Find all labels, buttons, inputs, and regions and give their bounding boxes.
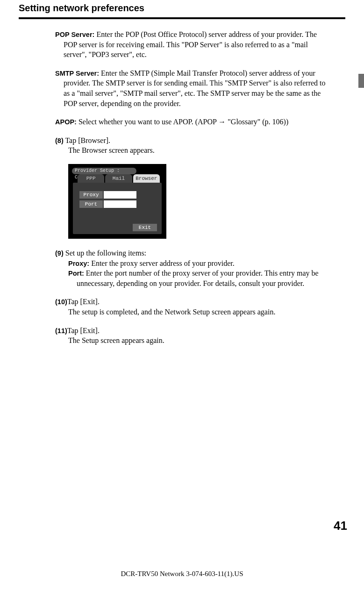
- step-9-line1: Set up the following items:: [64, 249, 146, 257]
- fig-port-label: Port: [79, 200, 103, 208]
- step-11-num: (11): [55, 327, 67, 335]
- def-pop: POP Server: Enter the POP (Post Office P…: [55, 29, 331, 60]
- step-8-num: (8): [55, 137, 64, 144]
- fig-proxy-label: Proxy: [79, 191, 103, 199]
- fig-tab-browser: Browser: [133, 174, 160, 183]
- step-8: (8) Tap [Browser]. The Browser screen ap…: [55, 135, 331, 156]
- step-9-port: Port: Enter the port number of the proxy…: [68, 268, 331, 288]
- step-9-port-text: Enter the port number of the proxy serve…: [77, 269, 319, 287]
- fig-row-proxy: Proxy: [79, 191, 136, 199]
- def-smtp-text: Enter the SMTP (Simple Mail Transfer Pro…: [64, 69, 326, 107]
- def-pop-text: Enter the POP (Post Office Protocol) ser…: [64, 30, 317, 58]
- side-tab: Preparation: [355, 74, 364, 135]
- arrow-icon: →: [218, 118, 226, 126]
- def-apop: APOP: Select whether you want to use APO…: [55, 117, 331, 127]
- step-8-line2: The Browser screen appears.: [68, 145, 331, 156]
- page: Setting network preferences Preparation …: [0, 0, 364, 591]
- step-9-num: (9): [55, 249, 64, 257]
- step-9: (9) Set up the following items: Proxy: E…: [55, 248, 331, 288]
- step-11: (11)Tap [Exit]. The Setup screen appears…: [55, 326, 331, 346]
- step-9-proxy-term: Proxy:: [68, 260, 89, 267]
- fig-tab-ppp: PPP: [78, 174, 104, 183]
- page-number: 41: [334, 519, 347, 533]
- fig-panel: Proxy Port Exit: [73, 183, 162, 234]
- step-9-port-term: Port:: [68, 270, 84, 277]
- def-apop-term: APOP:: [55, 118, 77, 126]
- fig-tabs: PPP Mail Browser: [78, 174, 161, 183]
- step-8-line1: Tap [Browser].: [64, 136, 110, 144]
- step-10-line2: The setup is completed, and the Network …: [68, 307, 331, 317]
- page-title: Setting network preferences: [19, 0, 345, 19]
- fig-titlebar: Provider Setup : Custom: [72, 168, 136, 174]
- fig-exit-button: Exit: [133, 224, 157, 231]
- fig-proxy-input: [104, 191, 136, 199]
- browser-screenshot: Provider Setup : Custom PPP Mail Browser…: [68, 164, 166, 239]
- step-10-line1: Tap [Exit].: [67, 298, 100, 306]
- def-apop-text-before: Select whether you want to use APOP. (AP…: [77, 118, 218, 126]
- def-pop-term: POP Server:: [55, 31, 94, 38]
- footer-text: DCR-TRV50 Network 3-074-603-11(1).US: [0, 570, 364, 578]
- def-smtp-term: SMTP Server:: [55, 70, 99, 77]
- step-11-line2: The Setup screen appears again.: [68, 335, 331, 346]
- fig-tab-mail: Mail: [105, 174, 132, 183]
- step-9-proxy-text: Enter the proxy server address of your p…: [89, 259, 235, 267]
- step-11-line1: Tap [Exit].: [67, 327, 100, 335]
- step-9-proxy: Proxy: Enter the proxy server address of…: [68, 258, 331, 269]
- content: POP Server: Enter the POP (Post Office P…: [55, 19, 331, 346]
- def-apop-text-after: "Glossary" (p. 106)): [226, 118, 288, 126]
- side-tab-marker: [358, 74, 364, 88]
- def-smtp: SMTP Server: Enter the SMTP (Simple Mail…: [55, 68, 331, 108]
- fig-port-input: [104, 200, 136, 208]
- fig-row-port: Port: [79, 200, 136, 208]
- step-10-num: (10): [55, 298, 67, 306]
- step-10: (10)Tap [Exit]. The setup is completed, …: [55, 297, 331, 317]
